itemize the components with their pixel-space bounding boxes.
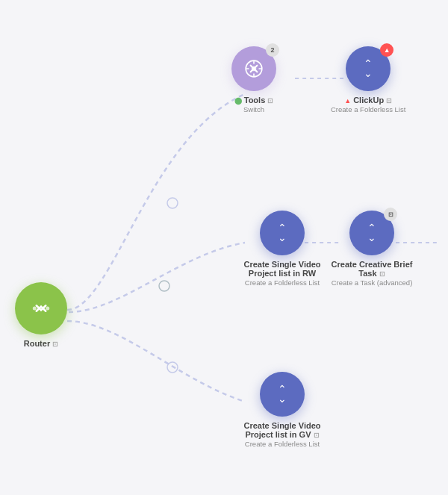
svg-point-0 <box>167 198 178 208</box>
svg-point-3 <box>33 307 37 311</box>
tools-info-icon: ⊡ <box>267 97 273 105</box>
router-label: Router ⊡ <box>24 339 59 348</box>
create-brief-circle[interactable]: ⊡ <box>349 211 394 255</box>
tools-sub-label: Switch <box>234 105 274 113</box>
create-gv-node[interactable]: Create Single Video Project list in GV ⊡… <box>234 372 331 448</box>
tools-name: ⬤ Tools ⊡ <box>234 96 274 105</box>
router-circle[interactable] <box>15 282 67 334</box>
clickup-info-icon: ⊡ <box>386 97 392 105</box>
create-gv-label: Create Single Video Project list in GV ⊡… <box>234 421 331 448</box>
svg-point-4 <box>46 307 49 311</box>
create-brief-icon <box>367 224 376 241</box>
tools-badge: 2 <box>266 43 279 57</box>
router-node[interactable]: Router ⊡ <box>15 282 67 348</box>
router-info-icon: ⊡ <box>52 340 58 348</box>
brief-info-icon: ⊡ <box>379 270 385 278</box>
create-brief-sub: Create a Task (advanced) <box>327 278 417 287</box>
create-gv-icon <box>278 385 287 402</box>
svg-point-2 <box>167 362 178 373</box>
clickup-badge: ▲ <box>380 43 393 57</box>
clickup-alert-icon: ▲ <box>344 97 351 105</box>
create-gv-circle[interactable] <box>260 372 305 417</box>
create-rw-sub: Create a Folderless List <box>234 278 331 287</box>
tools-label: ⬤ Tools ⊡ Switch <box>234 96 274 113</box>
create-brief-name: Create Creative Brief Task ⊡ <box>327 260 417 278</box>
workflow-canvas: Router ⊡ 2 ⬤ Tools ⊡ Switch ▲ <box>0 0 448 495</box>
router-icon <box>30 297 52 320</box>
create-rw-name: Create Single Video Project list in RW <box>234 260 331 278</box>
create-brief-node[interactable]: ⊡ Create Creative Brief Task ⊡ Create a … <box>327 211 417 287</box>
clickup-node[interactable]: ▲ ▲ ClickUp ⊡ Create a Folderless List <box>331 46 405 113</box>
create-brief-label: Create Creative Brief Task ⊡ Create a Ta… <box>327 260 417 287</box>
tools-circle[interactable]: 2 <box>231 46 276 91</box>
tools-color-dot: ⬤ <box>234 97 242 105</box>
create-rw-icon <box>278 224 287 241</box>
clickup-label: ▲ ClickUp ⊡ Create a Folderless List <box>331 96 405 113</box>
create-rw-label: Create Single Video Project list in RW C… <box>234 260 331 287</box>
clickup-chevron-icon <box>364 60 373 77</box>
clickup-name: ▲ ClickUp ⊡ <box>331 96 405 105</box>
create-brief-badge: ⊡ <box>384 208 397 221</box>
svg-point-1 <box>159 281 169 291</box>
tools-switch-node[interactable]: 2 ⬤ Tools ⊡ Switch <box>231 46 276 113</box>
clickup-circle[interactable]: ▲ <box>346 46 391 91</box>
create-gv-sub: Create a Folderless List <box>234 440 331 448</box>
clickup-sub-label: Create a Folderless List <box>331 105 405 113</box>
create-rw-circle[interactable] <box>260 211 305 255</box>
svg-point-6 <box>252 66 257 72</box>
create-rw-node[interactable]: Create Single Video Project list in RW C… <box>234 211 331 287</box>
router-name: Router ⊡ <box>24 339 59 348</box>
tools-icon <box>244 59 264 78</box>
gv-info-icon: ⊡ <box>314 432 320 439</box>
create-gv-name: Create Single Video Project list in GV ⊡ <box>234 421 331 439</box>
